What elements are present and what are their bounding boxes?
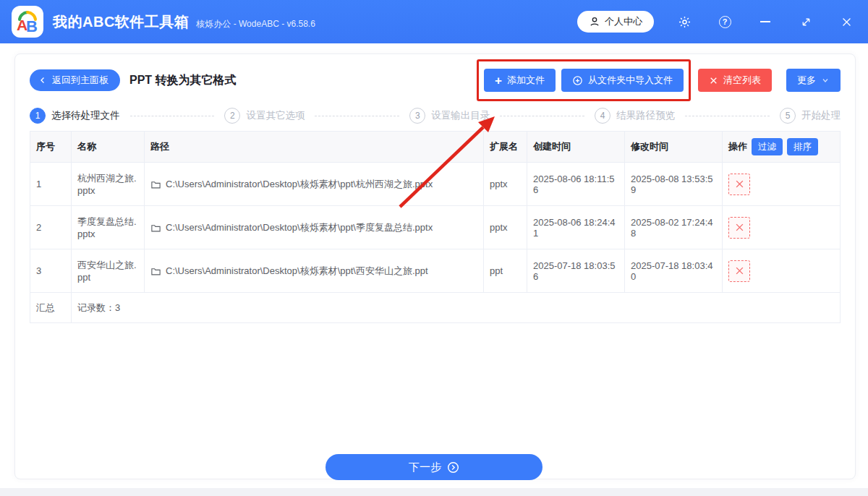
- page-title: PPT 转换为其它格式: [129, 73, 237, 88]
- table-row: 2 季度复盘总结.pptx C:\Users\Administrator\Des…: [30, 206, 841, 249]
- settings-gear-icon[interactable]: [677, 14, 692, 29]
- folder-icon: [150, 266, 161, 277]
- step-5-label: 开始处理: [801, 109, 841, 122]
- plus-icon: +: [495, 74, 502, 87]
- delete-x-icon: [734, 179, 745, 189]
- step-2-label: 设置其它选项: [246, 109, 305, 122]
- step-connector: [685, 116, 770, 116]
- delete-x-icon: [734, 265, 745, 276]
- svg-text:B: B: [26, 17, 38, 34]
- cell-path: C:\Users\Administrator\Desktop\核烁素材\ppt\…: [145, 163, 484, 206]
- sort-button[interactable]: 排序: [787, 138, 818, 155]
- step-4-label: 结果路径预览: [616, 109, 675, 122]
- toolbar: 返回到主面板 PPT 转换为其它格式 + 添加文件 从文: [30, 69, 841, 92]
- step-1-label: 选择待处理文件: [51, 109, 120, 122]
- cell-seq: 2: [30, 206, 72, 249]
- cell-created: 2025-08-06 18:24:41: [527, 206, 625, 249]
- step-3-output-dir: 3 设置输出目录: [409, 108, 490, 124]
- profile-button[interactable]: 个人中心: [577, 11, 654, 33]
- highlighted-buttons: + 添加文件 从文件夹中导入文件: [484, 69, 684, 92]
- cell-created: 2025-08-06 18:11:56: [527, 163, 625, 206]
- cell-seq: 1: [30, 163, 72, 206]
- cell-modified: 2025-08-08 13:53:59: [625, 163, 723, 206]
- close-icon[interactable]: [839, 14, 854, 29]
- cell-ext: ppt: [484, 249, 527, 293]
- step-2-circle: 2: [224, 108, 240, 124]
- header-name: 名称: [72, 132, 145, 163]
- add-file-button[interactable]: + 添加文件: [484, 69, 556, 92]
- cell-modified: 2025-08-02 17:24:48: [625, 206, 723, 249]
- step-3-label: 设置输出目录: [431, 109, 490, 122]
- step-connector: [315, 116, 399, 116]
- summary-value: 记录数：3: [72, 293, 841, 323]
- import-from-folder-button[interactable]: 从文件夹中导入文件: [561, 69, 684, 92]
- folder-icon: [150, 179, 161, 190]
- minimize-icon[interactable]: [758, 14, 773, 29]
- back-button[interactable]: 返回到主面板: [30, 69, 120, 91]
- header-actions: 操作 过滤 排序: [723, 132, 841, 163]
- back-label: 返回到主面板: [52, 74, 109, 87]
- titlebar: A B 我的ABC软件工具箱 核烁办公 - WodeABC - v6.58.6 …: [0, 0, 868, 43]
- step-3-circle: 3: [409, 108, 425, 124]
- delete-row-button[interactable]: [728, 217, 750, 239]
- cell-seq: 3: [30, 249, 72, 293]
- delete-row-button[interactable]: [728, 174, 750, 195]
- circle-arrow-right-icon: [447, 461, 459, 474]
- header-created: 创建时间: [527, 132, 625, 163]
- cell-name: 季度复盘总结.pptx: [72, 206, 145, 249]
- cell-ext: pptx: [484, 206, 527, 249]
- app-subtitle: 核烁办公 - WodeABC - v6.58.6: [196, 18, 315, 30]
- step-4-circle: 4: [595, 108, 610, 124]
- next-step-button[interactable]: 下一步: [326, 454, 542, 480]
- more-button[interactable]: 更多: [786, 69, 841, 92]
- step-connector: [500, 116, 584, 116]
- person-icon: [589, 16, 600, 27]
- app-title: 我的ABC软件工具箱: [53, 12, 189, 32]
- cell-path: C:\Users\Administrator\Desktop\核烁素材\ppt\…: [145, 249, 484, 293]
- app-window: A B 我的ABC软件工具箱 核烁办公 - WodeABC - v6.58.6 …: [0, 0, 868, 496]
- cell-actions: [723, 206, 841, 249]
- toolbar-actions: + 添加文件 从文件夹中导入文件: [484, 69, 841, 92]
- table-row: 3 西安华山之旅.ppt C:\Users\Administrator\Desk…: [30, 249, 841, 293]
- content-card: 返回到主面板 PPT 转换为其它格式 + 添加文件 从文: [14, 54, 856, 479]
- cell-ext: pptx: [484, 163, 527, 206]
- summary-label: 汇总: [30, 293, 72, 323]
- circle-plus-icon: [572, 75, 583, 86]
- actions-label: 操作: [728, 140, 747, 153]
- step-5-start: 5 开始处理: [780, 108, 841, 124]
- step-1-circle: 1: [30, 108, 46, 124]
- filter-button[interactable]: 过滤: [752, 138, 783, 155]
- cell-modified: 2025-07-18 18:03:40: [625, 249, 723, 293]
- x-icon: [709, 76, 718, 85]
- cell-actions: [723, 163, 841, 206]
- summary-row: 汇总 记录数：3: [30, 293, 841, 323]
- chevron-left-icon: [38, 76, 47, 85]
- delete-row-button[interactable]: [728, 260, 750, 282]
- cell-created: 2025-07-18 18:03:56: [527, 249, 625, 293]
- clear-list-button[interactable]: 清空列表: [698, 69, 772, 92]
- file-table: 序号 名称 路径 扩展名 创建时间 修改时间 操作 过滤 排序: [30, 131, 841, 323]
- step-4-result-preview: 4 结果路径预览: [595, 108, 675, 124]
- resize-icon[interactable]: [799, 14, 813, 29]
- cell-actions: [723, 249, 841, 293]
- table-header-row: 序号 名称 路径 扩展名 创建时间 修改时间 操作 过滤 排序: [30, 132, 841, 163]
- header-seq: 序号: [30, 132, 72, 163]
- folder-icon: [150, 223, 161, 234]
- help-icon[interactable]: ?: [718, 14, 732, 29]
- cell-name: 西安华山之旅.ppt: [72, 249, 145, 293]
- header-ext: 扩展名: [484, 132, 527, 163]
- app-logo-icon: A B: [12, 6, 43, 38]
- cell-path: C:\Users\Administrator\Desktop\核烁素材\ppt\…: [145, 206, 484, 249]
- cell-name: 杭州西湖之旅.pptx: [72, 163, 145, 206]
- step-2-options: 2 设置其它选项: [224, 108, 305, 124]
- step-5-circle: 5: [780, 108, 796, 124]
- header-path: 路径: [145, 132, 484, 163]
- chevron-down-icon: [821, 76, 830, 85]
- profile-label: 个人中心: [605, 15, 642, 28]
- delete-x-icon: [734, 222, 745, 233]
- header-modified: 修改时间: [625, 132, 723, 163]
- window-bottom-edge: [0, 488, 868, 496]
- step-connector: [130, 116, 215, 116]
- titlebar-controls: 个人中心 ?: [577, 11, 854, 33]
- table-row: 1 杭州西湖之旅.pptx C:\Users\Administrator\Des…: [30, 163, 841, 206]
